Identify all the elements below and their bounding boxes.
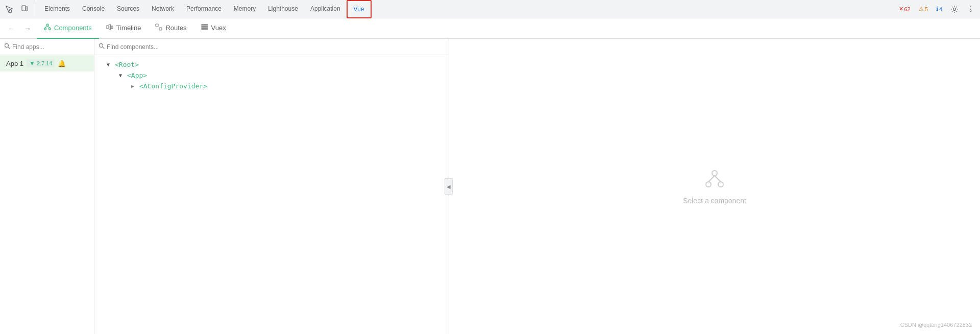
svg-rect-1 [22, 6, 26, 11]
toolbar-right: ✕ 62 ⚠ 5 ℹ 4 ⋮ [892, 2, 978, 16]
vue-tab-routes-label: Routes [165, 24, 186, 32]
tree-item-app[interactable]: ▼ <App> [94, 70, 449, 81]
vue-tab-components[interactable]: Components [37, 18, 99, 39]
svg-point-18 [706, 182, 711, 187]
vue-toolbar: ← → Components Timeline Routes V [0, 18, 980, 39]
warning-count: 5 [925, 6, 928, 12]
tree-arrow-root: ▼ [107, 62, 113, 67]
svg-rect-10 [156, 24, 158, 27]
app-version-text: 2.7.14 [37, 60, 53, 66]
warning-icon: ⚠ [919, 6, 924, 12]
tree-item-aconfigprovider[interactable]: ▶ <AConfigProvider> [94, 81, 449, 91]
select-component-placeholder: Select a component [683, 168, 746, 205]
warning-count-badge[interactable]: ⚠ 5 [916, 5, 931, 13]
more-options-button[interactable]: ⋮ [964, 2, 978, 16]
error-count: 62 [904, 6, 911, 12]
select-component-text: Select a component [683, 197, 746, 205]
watermark: CSDN @qqtang1406722832 [900, 322, 972, 328]
app-warning-icon: 🔔 [58, 60, 66, 67]
tree-item-root[interactable]: ▼ <Root> [94, 59, 449, 70]
main-content: App 1 ▼ 2.7.14 🔔 ▼ <Root> ▼ <App> [0, 39, 980, 334]
back-icon: ← [8, 25, 15, 33]
components-search [94, 39, 449, 55]
apps-search-input[interactable] [12, 43, 90, 51]
vue-tab-components-label: Components [54, 24, 92, 32]
routes-icon [155, 23, 162, 32]
component-tree: ▼ <Root> ▼ <App> ▶ <AConfigProvider> [94, 55, 449, 334]
components-panel: ▼ <Root> ▼ <App> ▶ <AConfigProvider> ◀ [94, 39, 449, 334]
svg-point-19 [718, 182, 723, 187]
tree-component-name-aconfigprovider: <AConfigProvider> [139, 82, 207, 90]
vue-tab-timeline[interactable]: Timeline [99, 18, 149, 39]
components-search-input[interactable] [107, 43, 445, 51]
forward-button[interactable]: → [20, 21, 35, 36]
tab-network[interactable]: Network [145, 0, 180, 18]
tab-console[interactable]: Console [76, 0, 111, 18]
svg-point-5 [44, 28, 46, 30]
tree-component-name-root: <Root> [115, 61, 139, 68]
svg-point-15 [5, 44, 9, 47]
svg-rect-7 [107, 26, 108, 29]
vue-tabs: Components Timeline Routes Vuex [37, 18, 233, 39]
svg-point-17 [712, 171, 717, 176]
inspect-element-button[interactable] [2, 2, 16, 16]
more-icon: ⋮ [967, 4, 975, 14]
tab-elements[interactable]: Elements [38, 0, 76, 18]
vue-tab-vuex-label: Vuex [211, 24, 226, 32]
tree-arrow-app: ▼ [119, 73, 125, 78]
apps-search-icon [4, 43, 10, 51]
vue-tab-routes[interactable]: Routes [148, 18, 193, 39]
svg-point-3 [953, 8, 956, 10]
svg-rect-11 [159, 28, 162, 30]
timeline-icon [106, 23, 113, 32]
tree-component-name-app: <App> [127, 71, 147, 79]
svg-point-4 [46, 24, 48, 26]
app-version-badge: ▼ 2.7.14 [27, 59, 55, 67]
tab-lighthouse[interactable]: Lighthouse [262, 0, 304, 18]
component-placeholder-icon [704, 168, 725, 188]
apps-search-wrapper [4, 43, 90, 51]
vuex-icon [201, 23, 208, 32]
app-item[interactable]: App 1 ▼ 2.7.14 🔔 [0, 55, 94, 71]
tab-memory[interactable]: Memory [228, 0, 262, 18]
info-count: 4 [939, 6, 942, 12]
info-count-badge[interactable]: ℹ 4 [933, 5, 945, 13]
back-button[interactable]: ← [4, 21, 18, 36]
collapse-handle[interactable]: ◀ [445, 178, 453, 195]
device-toggle-button[interactable] [17, 2, 32, 16]
apps-panel: App 1 ▼ 2.7.14 🔔 [0, 39, 94, 334]
tab-sources[interactable]: Sources [111, 0, 145, 18]
settings-button[interactable] [947, 2, 962, 16]
svg-rect-9 [111, 26, 113, 29]
details-panel: Select a component CSDN @qqtang140672283… [449, 39, 980, 334]
components-search-icon [99, 43, 105, 51]
tree-arrow-aconfigprovider: ▶ [131, 83, 137, 89]
error-count-badge[interactable]: ✕ 62 [896, 5, 914, 13]
devtools-tabs: Elements Console Sources Network Perform… [38, 0, 892, 18]
vue-tab-vuex[interactable]: Vuex [194, 18, 233, 39]
error-icon: ✕ [899, 6, 903, 12]
apps-search [0, 39, 94, 55]
svg-rect-8 [109, 25, 110, 30]
info-icon: ℹ [936, 6, 938, 12]
vue-tab-timeline-label: Timeline [116, 24, 141, 32]
forward-icon: → [24, 25, 31, 33]
collapse-icon: ◀ [447, 184, 451, 189]
tab-performance[interactable]: Performance [180, 0, 228, 18]
svg-point-16 [100, 44, 103, 47]
app-name: App 1 [6, 60, 23, 67]
devtools-toolbar: Elements Console Sources Network Perform… [0, 0, 980, 18]
vue-logo-icon: ▼ [29, 60, 35, 67]
tab-application[interactable]: Application [304, 0, 347, 18]
toolbar-icons-left [2, 2, 36, 16]
components-icon [44, 23, 51, 32]
tab-vue[interactable]: Vue [347, 0, 372, 18]
svg-point-6 [49, 28, 51, 30]
svg-rect-2 [26, 7, 28, 11]
